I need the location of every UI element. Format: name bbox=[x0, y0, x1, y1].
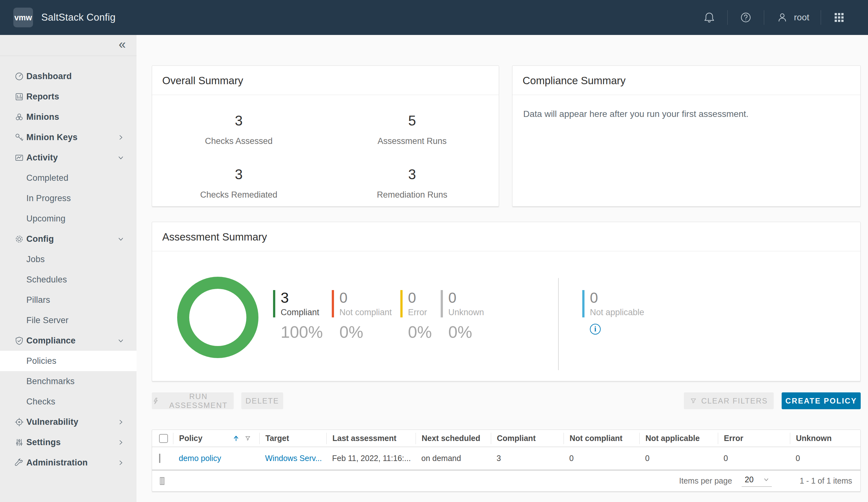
info-icon[interactable]: i bbox=[590, 324, 601, 334]
activity-icon bbox=[14, 152, 27, 163]
sidebar-item-jobs[interactable]: Jobs bbox=[0, 249, 136, 269]
policy-link[interactable]: demo policy bbox=[179, 454, 221, 463]
target-link[interactable]: Windows Serv... bbox=[265, 454, 322, 463]
sidebar-collapse-button[interactable]: « bbox=[119, 38, 126, 51]
lightning-icon bbox=[152, 397, 159, 405]
run-assessment-button[interactable]: RUN ASSESSMENT bbox=[152, 392, 234, 409]
pagination: Items per page 20 1 - 1 of 1 items bbox=[679, 475, 852, 487]
username: root bbox=[794, 12, 809, 22]
column-header-not-compliant[interactable]: Not compliant bbox=[564, 433, 639, 444]
chevron-down-icon bbox=[116, 337, 125, 345]
sidebar-item-checks[interactable]: Checks bbox=[0, 391, 136, 412]
cell-target: Windows Serv... bbox=[259, 454, 327, 463]
app-launcher-button[interactable] bbox=[821, 11, 857, 24]
table-row: demo policy Windows Serv... Feb 11, 2022… bbox=[152, 447, 860, 470]
column-header-unknown[interactable]: Unknown bbox=[790, 433, 860, 444]
sidebar-item-minions[interactable]: Minions bbox=[0, 107, 136, 127]
sidebar-item-file-server[interactable]: File Server bbox=[0, 310, 136, 330]
chevron-right-icon bbox=[116, 438, 125, 447]
sidebar-item-policies[interactable]: Policies bbox=[0, 351, 136, 371]
policies-table: Policy Target Last assessment Next sched… bbox=[152, 430, 861, 492]
metric-checks-assessed: 3 Checks Assessed bbox=[152, 113, 326, 146]
sidebar-item-schedules[interactable]: Schedules bbox=[0, 269, 136, 290]
sidebar-item-completed[interactable]: Completed bbox=[0, 168, 136, 188]
clear-filters-button[interactable]: CLEAR FILTERS bbox=[684, 392, 774, 409]
chevron-right-icon bbox=[116, 133, 125, 142]
pagination-range: 1 - 1 of 1 items bbox=[800, 476, 852, 485]
cell-error: 0 bbox=[718, 454, 790, 463]
compliance-empty-message: Data will appear here after you run your… bbox=[513, 95, 860, 133]
user-menu[interactable]: root bbox=[764, 11, 821, 24]
stats-divider bbox=[558, 278, 559, 370]
gear-icon bbox=[14, 234, 27, 244]
row-checkbox[interactable] bbox=[159, 454, 160, 463]
cell-next-scheduled: on demand bbox=[416, 454, 491, 463]
vmware-logo: vmw bbox=[13, 8, 33, 27]
wrench-icon bbox=[14, 458, 27, 468]
sidebar-item-benchmarks[interactable]: Benchmarks bbox=[0, 371, 136, 391]
main-content: Overall Summary 3 Checks Assessed 5 Asse… bbox=[136, 35, 868, 502]
sidebar-item-config[interactable]: Config bbox=[0, 229, 136, 249]
table-header-row: Policy Target Last assessment Next sched… bbox=[152, 430, 860, 447]
stat-error: 0 Error 0% bbox=[400, 290, 441, 342]
row-checkbox-cell bbox=[152, 454, 173, 463]
metric-checks-remediated: 3 Checks Remediated bbox=[152, 167, 326, 200]
column-header-target[interactable]: Target bbox=[259, 433, 327, 444]
sidebar-item-dashboard[interactable]: Dashboard bbox=[0, 66, 136, 87]
cell-last-assessment: Feb 11, 2022, 11:16:... bbox=[327, 454, 416, 463]
header-actions: root bbox=[691, 10, 857, 25]
column-header-not-applicable[interactable]: Not applicable bbox=[639, 433, 718, 444]
sidebar-item-pillars[interactable]: Pillars bbox=[0, 290, 136, 310]
table-footer: Items per page 20 1 - 1 of 1 items bbox=[152, 470, 860, 491]
sidebar-item-minion-keys[interactable]: Minion Keys bbox=[0, 127, 136, 148]
select-all-checkbox[interactable] bbox=[159, 434, 168, 443]
sidebar-item-in-progress[interactable]: In Progress bbox=[0, 188, 136, 209]
app-header: vmw SaltStack Config root bbox=[0, 0, 868, 35]
sidebar-item-compliance[interactable]: Compliance bbox=[0, 330, 136, 351]
column-header-compliant[interactable]: Compliant bbox=[491, 433, 564, 444]
sidebar-item-activity[interactable]: Activity bbox=[0, 148, 136, 168]
sidebar-item-reports[interactable]: Reports bbox=[0, 87, 136, 107]
summary-cards-row: Overall Summary 3 Checks Assessed 5 Asse… bbox=[152, 66, 861, 207]
items-per-page-label: Items per page bbox=[679, 476, 732, 485]
compliance-summary-card: Compliance Summary Data will appear here… bbox=[512, 66, 861, 207]
cell-policy: demo policy bbox=[173, 454, 259, 463]
cell-not-applicable: 0 bbox=[639, 454, 718, 463]
stat-unknown: 0 Unknown 0% bbox=[441, 290, 498, 342]
compliance-donut-chart bbox=[177, 277, 258, 358]
sidebar-nav: Dashboard Reports Minions Minion Keys Ac… bbox=[0, 56, 136, 473]
help-button[interactable] bbox=[728, 11, 764, 24]
funnel-icon bbox=[690, 398, 697, 404]
cell-compliant: 3 bbox=[491, 454, 564, 463]
stat-compliant: 3 Compliant 100% bbox=[273, 290, 332, 342]
sidebar-item-settings[interactable]: Settings bbox=[0, 432, 136, 452]
app-grid-icon bbox=[833, 11, 846, 24]
create-policy-button[interactable]: CREATE POLICY bbox=[782, 392, 861, 409]
sidebar-item-upcoming[interactable]: Upcoming bbox=[0, 209, 136, 229]
overall-summary-title: Overall Summary bbox=[152, 66, 499, 95]
assessment-summary-card: Assessment Summary 3 Compliant 100% 0 No… bbox=[152, 222, 861, 381]
cell-not-compliant: 0 bbox=[564, 454, 639, 463]
shield-icon bbox=[14, 335, 27, 346]
notifications-button[interactable] bbox=[691, 11, 727, 24]
sidebar-item-vulnerability[interactable]: Vulnerability bbox=[0, 412, 136, 432]
delete-button[interactable]: DELETE bbox=[241, 392, 283, 409]
items-per-page-select[interactable]: 20 bbox=[742, 475, 772, 487]
sidebar-item-administration[interactable]: Administration bbox=[0, 452, 136, 473]
help-icon bbox=[739, 11, 752, 24]
filter-icon[interactable] bbox=[245, 435, 251, 442]
sort-ascending-icon[interactable] bbox=[232, 434, 240, 442]
overall-summary-card: Overall Summary 3 Checks Assessed 5 Asse… bbox=[152, 66, 499, 207]
select-all-checkbox-cell bbox=[152, 433, 173, 444]
app-title: SaltStack Config bbox=[41, 12, 116, 23]
stat-not-compliant: 0 Not compliant 0% bbox=[332, 290, 400, 342]
column-toggle-icon[interactable] bbox=[158, 476, 168, 486]
sidebar: « Dashboard Reports Minions Minion Keys … bbox=[0, 35, 136, 502]
column-header-policy[interactable]: Policy bbox=[173, 433, 259, 444]
column-header-last-assessment[interactable]: Last assessment bbox=[327, 433, 416, 444]
column-header-error[interactable]: Error bbox=[718, 433, 790, 444]
sidebar-collapse-row: « bbox=[0, 35, 136, 56]
minions-icon bbox=[14, 112, 27, 122]
assessment-stats: 3 Compliant 100% 0 Not compliant 0% 0 Er bbox=[273, 290, 498, 342]
column-header-next-scheduled[interactable]: Next scheduled bbox=[416, 433, 491, 444]
